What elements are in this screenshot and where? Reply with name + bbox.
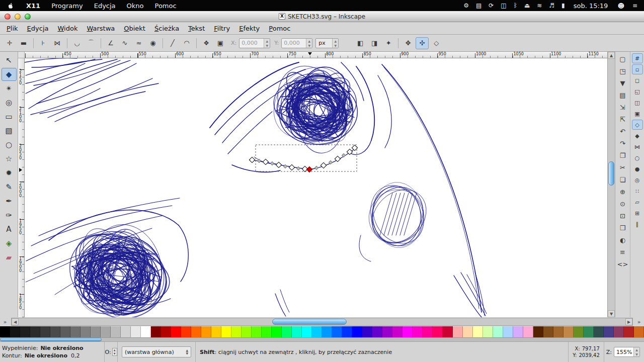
transform-handles-button[interactable]: ✥ xyxy=(401,37,415,49)
selector-tool[interactable]: ↖ xyxy=(2,54,17,67)
menu-sciezka[interactable]: Ścieżka xyxy=(150,23,184,34)
window-titlebar[interactable]: X SKETCH33.svg – Inkscape xyxy=(0,11,644,22)
zoom-stepper[interactable]: ▲▼ xyxy=(633,347,639,356)
vertical-scrollbar[interactable]: ▲ ▼ xyxy=(607,52,615,317)
new-document-button[interactable]: ▢ xyxy=(617,53,629,64)
notification-menu-icon[interactable]: ≡ xyxy=(629,2,641,9)
path-node[interactable] xyxy=(314,166,318,169)
palette-swatch[interactable] xyxy=(111,326,121,337)
palette-swatch[interactable] xyxy=(242,326,252,337)
palette-swatch[interactable] xyxy=(553,326,564,337)
symmetric-node-button[interactable]: ≈ xyxy=(132,37,145,49)
palette-swatch[interactable] xyxy=(322,326,332,337)
stroke-to-path-button[interactable]: ▣ xyxy=(214,37,227,49)
horizontal-scrollbar[interactable]: ◀ ▶ xyxy=(11,318,633,326)
menu-filtry[interactable]: Filtry xyxy=(209,23,234,34)
horizontal-scrollbar-thumb[interactable] xyxy=(272,319,347,325)
tweak-tool[interactable]: ✴ xyxy=(2,82,17,95)
auto-node-button[interactable]: ◉ xyxy=(146,37,159,49)
palette-swatch[interactable] xyxy=(131,326,141,337)
palette-swatch[interactable] xyxy=(181,326,191,337)
snap-bbox-button[interactable]: ▫ xyxy=(632,64,643,74)
opacity-stepper[interactable]: ▲▼ xyxy=(112,348,117,356)
palette-swatch[interactable] xyxy=(302,326,312,337)
palette-swatch[interactable] xyxy=(60,326,70,337)
snap-midpoints-button[interactable]: ◎ xyxy=(632,175,643,185)
palette-swatch[interactable] xyxy=(282,326,292,337)
zoom-page-button[interactable]: ⊡ xyxy=(617,210,629,221)
palette-swatch[interactable] xyxy=(433,326,443,337)
zoom-drawing-button[interactable]: ⊙ xyxy=(617,198,629,209)
pen-tool[interactable]: ✒ xyxy=(2,195,17,208)
path-node[interactable] xyxy=(249,157,255,162)
snap-bbox-edges-button[interactable]: ◻ xyxy=(632,75,643,85)
snap-bbox-centers-button[interactable]: ▣ xyxy=(632,109,643,119)
palette-swatch[interactable] xyxy=(312,326,322,337)
palette-swatch[interactable] xyxy=(121,326,131,337)
close-button[interactable] xyxy=(5,14,11,20)
battery-icon[interactable]: ▮ xyxy=(558,2,569,9)
unit-select[interactable]: px ▲▼ xyxy=(315,38,339,48)
palette-swatch[interactable] xyxy=(564,326,574,337)
zoom-button[interactable] xyxy=(25,14,31,20)
palette-swatch[interactable] xyxy=(614,326,624,337)
menu-edycja[interactable]: Edycja xyxy=(89,0,121,11)
unit-select-arrows[interactable]: ▲▼ xyxy=(332,39,338,48)
palette-swatch[interactable] xyxy=(292,326,302,337)
menu-warstwa[interactable]: Warstwa xyxy=(82,23,119,34)
palette-swatch[interactable] xyxy=(221,326,231,337)
pencil-tool[interactable]: ✎ xyxy=(2,180,17,194)
palette-swatch[interactable] xyxy=(372,326,382,337)
palette-swatch[interactable] xyxy=(30,326,40,337)
ellipse-tool[interactable]: ○ xyxy=(2,138,17,151)
y-stepper[interactable]: ▲▼ xyxy=(306,39,312,48)
bezier-handles-button[interactable]: ✣ xyxy=(416,37,429,49)
path-node[interactable] xyxy=(257,159,261,162)
palette-swatch[interactable] xyxy=(161,326,171,337)
delete-segment-button[interactable]: ⌒ xyxy=(85,37,98,49)
menu-x11[interactable]: X11 xyxy=(21,0,46,11)
palette-swatch[interactable] xyxy=(50,326,60,337)
menu-obiekt[interactable]: Obiekt xyxy=(119,23,150,34)
copy-button[interactable]: ❐ xyxy=(617,150,629,161)
palette-swatch[interactable] xyxy=(151,326,161,337)
snap-cusp-nodes-button[interactable]: ○ xyxy=(632,153,643,163)
line-segment-button[interactable]: ╱ xyxy=(166,37,179,49)
menu-edycja[interactable]: Edycja xyxy=(23,23,53,34)
palette-swatch[interactable] xyxy=(463,326,473,337)
vertical-scrollbar-thumb[interactable] xyxy=(608,161,614,186)
sync-icon[interactable]: ⟳ xyxy=(485,2,497,9)
palette-swatch[interactable] xyxy=(403,326,413,337)
text-tool[interactable]: A xyxy=(2,223,17,236)
palette-swatch[interactable] xyxy=(231,326,242,337)
menu-efekty[interactable]: Efekty xyxy=(234,23,264,34)
scroll-down-arrow[interactable]: ▼ xyxy=(608,310,615,317)
selection-overlay[interactable] xyxy=(249,145,357,172)
palette-swatch[interactable] xyxy=(141,326,151,337)
curve-segment-button[interactable]: ◠ xyxy=(180,37,193,49)
palette-swatch[interactable] xyxy=(171,326,181,337)
volume-icon[interactable]: ♬ xyxy=(545,2,558,9)
gear-icon[interactable]: ⚙ xyxy=(460,2,472,9)
y-coordinate-input[interactable]: 0,000 ▲▼ xyxy=(281,38,312,48)
palette-swatch[interactable] xyxy=(624,326,634,337)
fill-stroke-dialog-button[interactable]: ◐ xyxy=(617,234,629,245)
calligraphy-tool[interactable]: ✑ xyxy=(2,209,17,222)
palette-swatch[interactable] xyxy=(40,326,50,337)
zoom-tool[interactable]: ◎ xyxy=(2,96,17,109)
palette-swatch[interactable] xyxy=(362,326,372,337)
palette-swatch[interactable] xyxy=(473,326,483,337)
palette-scrollbar[interactable] xyxy=(0,337,644,341)
path-outline-button[interactable]: ◇ xyxy=(430,37,443,49)
palette-swatch[interactable] xyxy=(413,326,423,337)
edit-clip-button[interactable]: ◧ xyxy=(354,37,367,49)
insert-node-button[interactable]: ✛ xyxy=(3,37,16,49)
menu-pomoc[interactable]: Pomoc xyxy=(264,23,295,34)
palette-swatch[interactable] xyxy=(80,326,91,337)
bucket-tool[interactable]: ◈ xyxy=(2,237,17,250)
palette-swatch[interactable] xyxy=(543,326,553,337)
snap-grid-guide-button[interactable]: ∥ xyxy=(632,219,643,229)
snap-edge-midpoints-button[interactable]: ◫ xyxy=(632,98,643,108)
apple-menu[interactable] xyxy=(0,0,21,11)
palette-swatch[interactable] xyxy=(523,326,533,337)
